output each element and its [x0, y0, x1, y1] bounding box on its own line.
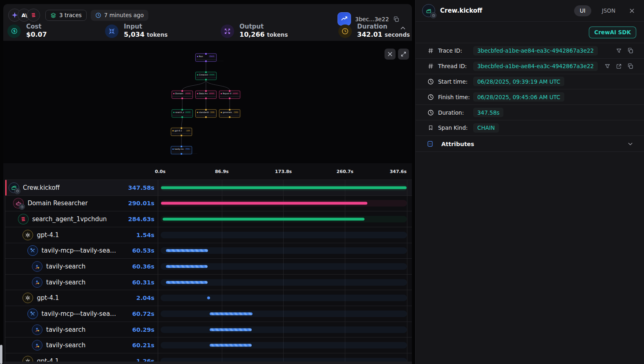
graph-node-standardize-d-[interactable]: standardize_d… TASK ··········· [195, 109, 217, 118]
span-duration: 290.01s [128, 200, 154, 206]
graph-expand-button[interactable] [398, 49, 409, 60]
horizontal-scrollbar[interactable] [3, 362, 412, 364]
graph-node-run[interactable]: Run TRACE ····························· [195, 53, 217, 62]
field-duration: Duration: 347.58s [416, 105, 644, 120]
span-label: Crew.kickoff [23, 184, 60, 191]
copy-icon[interactable] [627, 63, 634, 69]
clock-icon [427, 78, 434, 85]
span-timeline [161, 227, 407, 243]
span-row-tavily-search[interactable]: tavily-search 60.21s [5, 337, 412, 353]
traces-count-badge[interactable]: 3 traces [45, 10, 87, 21]
time-ago-label: 7 minutes ago [104, 12, 144, 18]
span-row-gpt-4-1[interactable]: gpt-4.1 1.54s [5, 227, 412, 243]
span-name-cell: tavily-mcp---tavily-sea… 60.72s [5, 306, 158, 322]
span-bar [210, 344, 252, 347]
span-row-gpt-4-1[interactable]: gpt-4.1 2.04s [5, 290, 412, 306]
field-value[interactable]: 06/28/2025, 09:39:19 AM UTC [473, 77, 564, 86]
span-duration: 60.21s [132, 342, 155, 348]
graph-node-search-agent-1vp-[interactable]: search_agent_1vp… AGENT ················… [172, 109, 193, 118]
stat-cost: $ Cost $0.07 [7, 24, 47, 38]
graph-close-button[interactable] [385, 49, 396, 60]
field-value[interactable]: 347.58s [473, 108, 503, 117]
attributes-section-header[interactable]: Attributes [416, 136, 644, 152]
tab-json[interactable]: JSON [602, 7, 615, 14]
copy-icon[interactable] [627, 47, 634, 54]
graph-node-data-analyst[interactable]: Data Analyst AGENT ······· [195, 91, 217, 99]
field-value[interactable]: 06/28/2025, 09:45:06 AM UTC [473, 92, 564, 102]
stat-input: Input 5,034 tokens [105, 24, 168, 38]
span-timeline [161, 322, 407, 337]
span-timeline [161, 196, 407, 211]
span-timeline [161, 211, 407, 227]
layers-icon [50, 12, 56, 18]
field-label: Duration: [438, 109, 473, 116]
tab-ui[interactable]: UI [574, 5, 591, 16]
clock-badge-icon [14, 188, 20, 194]
field-span-kind: Span Kind: CHAIN [416, 120, 644, 136]
trace-graph: Run TRACE ····························· … [3, 41, 412, 167]
span-label: search_agent_1vpchdun [32, 215, 107, 223]
field-value[interactable]: CHAIN [473, 123, 499, 133]
span-track [161, 326, 407, 333]
span-timeline [161, 243, 407, 259]
field-finish-time: Finish time: 06/28/2025, 09:45:06 AM UTC [416, 89, 644, 105]
sdk-badge-row: CrewAI SDK [416, 22, 644, 43]
span-bar [210, 312, 253, 315]
span-label: tavily-mcp---tavily-sea… [42, 310, 116, 317]
stat-value: 10,266 tokens [239, 31, 288, 39]
stat-duration: Duration 342.01 seconds [338, 24, 410, 38]
span-row-search-agent-1vpchdun[interactable]: search_agent_1vpchdun 284.63s [5, 211, 412, 227]
span-row-crew-kickoff[interactable]: Crew.kickoff 347.58s [5, 180, 412, 195]
filter-icon[interactable] [616, 48, 622, 54]
detail-title: Crew.kickoff [440, 7, 569, 14]
graph-node-report-writer[interactable]: Report Writer AGENT ······· [219, 91, 240, 99]
span-row-tavily-search[interactable]: tavily-search 60.36s [5, 258, 412, 274]
vertical-scrollbar-thumb[interactable] [0, 345, 2, 364]
span-name-cell: Crew.kickoff 347.58s [5, 180, 158, 195]
span-label: tavily-search [46, 326, 85, 333]
detail-titlebar: Crew.kickoff UI JSON [416, 0, 644, 22]
span-duration: 60.53s [132, 247, 155, 254]
span-label: gpt-4.1 [37, 231, 59, 239]
axis-tick: 260.7s [337, 169, 353, 174]
copy-icon[interactable] [393, 16, 400, 22]
stat-label: Cost [26, 23, 47, 31]
span-track [161, 342, 407, 348]
stat-value: 342.01 seconds [357, 31, 410, 39]
span-name-cell: Domain Researcher 290.01s [5, 196, 158, 211]
field-thread-id: Thread ID: 3becbfed-a1be-ae84-ea3c-49428… [416, 59, 644, 74]
span-row-tavily-search[interactable]: tavily-search 60.29s [5, 322, 412, 337]
filter-icon[interactable] [604, 63, 610, 69]
span-duration: 2.04s [136, 295, 154, 301]
close-icon[interactable] [628, 7, 635, 14]
stat-output: Output 10,266 tokens [221, 24, 288, 38]
time-ago-badge: 7 minutes ago [91, 10, 148, 21]
span-label: Domain Researcher [27, 200, 87, 207]
span-bar [166, 281, 208, 284]
span-name-cell: gpt-4.1 2.04s [5, 290, 158, 306]
external-icon[interactable] [616, 63, 622, 69]
field-label: Span Kind: [438, 124, 473, 131]
hash-icon [427, 47, 434, 54]
clock-icon [427, 94, 434, 100]
openai-icon [22, 230, 33, 240]
span-row-tavily-search[interactable]: tavily-search 60.31s [5, 274, 412, 290]
graph-node-gpt-4-1[interactable]: gpt-4.1 LLM ········ [171, 128, 192, 136]
field-value[interactable]: 3becbfed-a1be-ae84-ea3c-4942867a3e22 [473, 46, 598, 55]
axis-tick: 86.9s [215, 169, 229, 174]
trace-id-short: 3bec...3e22 [355, 16, 389, 22]
field-value[interactable]: 3becbfed-a1be-ae84-ea3c-4942867a3e22 [473, 62, 598, 71]
graph-node-domain-research-[interactable]: Domain Research… AGENT ······· [172, 91, 193, 99]
span-bar [210, 328, 252, 331]
span-row-tavily-mcp-tavily-sea-[interactable]: tavily-mcp---tavily-sea… 60.72s [5, 306, 412, 322]
axis-tick: 347.6s [390, 169, 407, 174]
span-bar [163, 218, 364, 221]
graph-node-tavily-mcp-t-[interactable]: tavily-mcp---t… TOOL ···················… [171, 146, 192, 154]
span-name-cell: gpt-4.1 1.54s [5, 227, 158, 243]
graph-node-generate-repor-[interactable]: generate_repor… TASK ········ [219, 109, 240, 118]
clock-icon [338, 24, 352, 38]
graph-node-crew-kickoff[interactable]: Crew.kickoff CHAIN ······· [195, 72, 217, 80]
span-label: tavily-mcp---tavily-sea… [42, 247, 116, 254]
span-row-tavily-mcp-tavily-sea-[interactable]: tavily-mcp---tavily-sea… 60.53s [5, 243, 412, 259]
span-row-domain-researcher[interactable]: Domain Researcher 290.01s [5, 195, 412, 211]
